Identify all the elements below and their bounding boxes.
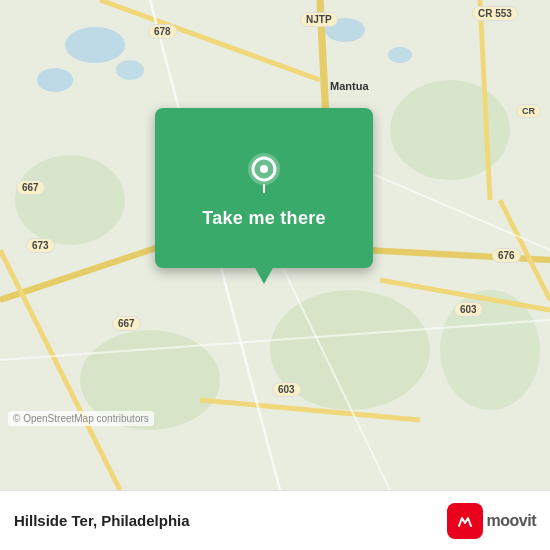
moovit-m-svg	[454, 510, 476, 532]
road-label-667b: 667	[112, 316, 141, 331]
road-label-njtp: NJTP	[300, 12, 338, 27]
svg-point-3	[116, 60, 144, 80]
moovit-text: moovit	[487, 512, 536, 530]
svg-point-7	[390, 80, 510, 180]
svg-point-1	[65, 27, 125, 63]
svg-point-2	[37, 68, 73, 92]
road-label-673: 673	[26, 238, 55, 253]
svg-point-6	[15, 155, 125, 245]
take-me-there-button[interactable]: Take me there	[202, 208, 326, 229]
svg-point-5	[388, 47, 412, 63]
bottom-bar: Hillside Ter, Philadelphia moovit	[0, 490, 550, 550]
location-name: Hillside Ter, Philadelphia	[14, 512, 190, 529]
svg-point-29	[260, 165, 268, 173]
road-label-678: 678	[148, 24, 177, 39]
road-label-676: 676	[492, 248, 521, 263]
map-view: 678 667 667 673 676 603 603 NJTP CR 553 …	[0, 0, 550, 490]
road-label-cr: CR	[516, 104, 541, 118]
location-info: Hillside Ter, Philadelphia	[14, 512, 190, 529]
moovit-icon	[447, 503, 483, 539]
take-me-there-popup[interactable]: Take me there	[155, 108, 373, 268]
osm-credit: © OpenStreetMap contributors	[8, 411, 154, 426]
road-label-667a: 667	[16, 180, 45, 195]
location-pin-icon	[238, 148, 290, 200]
road-label-603b: 603	[272, 382, 301, 397]
road-label-cr553: CR 553	[472, 6, 518, 21]
road-label-603a: 603	[454, 302, 483, 317]
moovit-logo: moovit	[447, 503, 536, 539]
svg-point-30	[456, 512, 474, 530]
mantua-label: Mantua	[330, 80, 369, 92]
